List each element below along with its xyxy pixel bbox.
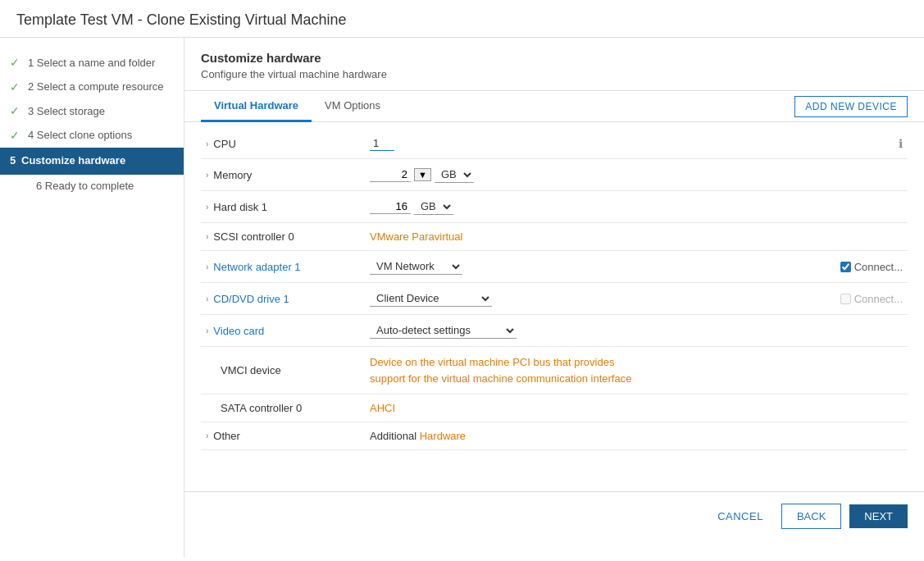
hw-extra-hard-disk-1 bbox=[652, 191, 908, 223]
table-row: ›Hard disk 1MBGBTB bbox=[201, 191, 908, 223]
chevron-icon[interactable]: › bbox=[206, 203, 208, 212]
hw-name-cd-dvd-drive-1: CD/DVD drive 1 bbox=[213, 293, 289, 305]
table-row: ›CD/DVD drive 1Client DeviceDatastore IS… bbox=[201, 283, 908, 315]
sidebar-item-step2[interactable]: ✓2 Select a compute resource bbox=[0, 75, 184, 100]
hw-value-sata-controller-0: AHCI bbox=[365, 395, 652, 422]
chevron-icon[interactable]: › bbox=[206, 139, 208, 148]
hw-name-video-card: Video card bbox=[213, 325, 264, 337]
chevron-icon[interactable]: › bbox=[206, 232, 208, 241]
hw-extra-cpu: ℹ bbox=[652, 129, 908, 159]
cpu-select[interactable]: 1248 bbox=[370, 136, 394, 151]
hw-value-other: Additional Hardware bbox=[365, 422, 652, 450]
disk-input[interactable] bbox=[370, 199, 411, 214]
hw-value-memory: ▼MBGB bbox=[365, 159, 652, 191]
hw-value-vmci-device: Device on the virtual machine PCI bus th… bbox=[365, 347, 652, 395]
table-row: ›Video cardAuto-detect settingsSpecify c… bbox=[201, 315, 908, 347]
hw-name-sata-controller-0: SATA controller 0 bbox=[221, 402, 302, 414]
hw-extra-other bbox=[652, 422, 908, 450]
hw-name-hard-disk-1: Hard disk 1 bbox=[213, 201, 267, 213]
network-select[interactable]: VM Network bbox=[370, 258, 462, 275]
table-row: ›OtherAdditional Hardware bbox=[201, 422, 908, 450]
chevron-icon[interactable]: › bbox=[206, 294, 208, 303]
memory-dropdown-btn[interactable]: ▼ bbox=[414, 168, 431, 181]
tab-virtual-hardware[interactable]: Virtual Hardware bbox=[201, 91, 312, 122]
hw-extra-video-card bbox=[652, 315, 908, 347]
hw-value-video-card: Auto-detect settingsSpecify custom setti… bbox=[365, 315, 652, 347]
content-title: Customize hardware bbox=[201, 51, 908, 65]
table-row: ›SCSI controller 0VMware Paravirtual bbox=[201, 223, 908, 251]
tab-vm-options[interactable]: VM Options bbox=[312, 91, 394, 122]
sidebar-item-step3[interactable]: ✓3 Select storage bbox=[0, 99, 184, 124]
connect-label-network-adapter-1: Connect... bbox=[854, 261, 903, 273]
table-row: ›Memory▼MBGB bbox=[201, 159, 908, 191]
chevron-icon[interactable]: › bbox=[206, 326, 208, 335]
chevron-icon[interactable]: › bbox=[206, 431, 208, 440]
hw-extra-cd-dvd-drive-1: Connect... bbox=[652, 283, 908, 315]
hw-extra-network-adapter-1: Connect... bbox=[652, 251, 908, 283]
disk-unit-select[interactable]: MBGBTB bbox=[414, 198, 453, 215]
table-row: ›Network adapter 1VM NetworkConnect... bbox=[201, 251, 908, 283]
hw-name-scsi-controller-0: SCSI controller 0 bbox=[213, 230, 294, 243]
hw-extra-sata-controller-0 bbox=[652, 395, 908, 422]
add-new-device-button[interactable]: ADD NEW DEVICE bbox=[794, 96, 908, 117]
content-subtitle: Configure the virtual machine hardware bbox=[201, 68, 908, 80]
sidebar-item-step5: 5Customize hardware bbox=[0, 148, 184, 174]
connect-checkbox-cd-dvd-drive-1[interactable] bbox=[840, 294, 851, 304]
video-card-select[interactable]: Auto-detect settingsSpecify custom setti… bbox=[370, 322, 517, 339]
hw-name-memory: Memory bbox=[213, 169, 252, 181]
hw-name-vmci-device: VMCI device bbox=[221, 364, 281, 376]
table-row: ›CPU1248ℹ bbox=[201, 129, 908, 159]
hw-value-hard-disk-1: MBGBTB bbox=[365, 191, 652, 223]
hw-value-cd-dvd-drive-1: Client DeviceDatastore ISO FileHost Devi… bbox=[365, 283, 652, 315]
hw-extra-vmci-device bbox=[652, 347, 908, 395]
sidebar-item-step6[interactable]: 6 Ready to complete bbox=[0, 175, 184, 198]
hw-extra-scsi-controller-0 bbox=[652, 223, 908, 251]
memory-unit-select[interactable]: MBGB bbox=[435, 166, 474, 183]
sidebar-item-step1[interactable]: ✓1 Select a name and folder bbox=[0, 51, 184, 75]
sidebar-item-step4[interactable]: ✓4 Select clone options bbox=[0, 124, 184, 148]
memory-input[interactable] bbox=[370, 167, 411, 182]
hw-value-cpu: 1248 bbox=[365, 129, 652, 159]
hw-name-cpu: CPU bbox=[213, 138, 235, 150]
info-icon: ℹ bbox=[899, 137, 903, 150]
hw-value-network-adapter-1: VM Network bbox=[365, 251, 652, 283]
chevron-icon[interactable]: › bbox=[206, 262, 208, 271]
sidebar: ✓1 Select a name and folder✓2 Select a c… bbox=[0, 38, 184, 558]
hw-name-network-adapter-1: Network adapter 1 bbox=[213, 261, 300, 273]
next-button[interactable]: NEXT bbox=[849, 504, 908, 528]
connect-label-cd-dvd-drive-1: Connect... bbox=[854, 293, 903, 305]
cancel-button[interactable]: CANCEL bbox=[708, 505, 773, 527]
hw-extra-memory bbox=[652, 159, 908, 191]
hw-value-scsi-controller-0: VMware Paravirtual bbox=[365, 223, 652, 251]
hw-name-other: Other bbox=[213, 430, 240, 442]
connect-checkbox-network-adapter-1[interactable] bbox=[840, 262, 851, 272]
page-title: Template Test VM - Clone Existing Virtua… bbox=[0, 0, 924, 38]
table-row: VMCI deviceDevice on the virtual machine… bbox=[201, 347, 908, 395]
table-row: SATA controller 0AHCI bbox=[201, 395, 908, 422]
back-button[interactable]: BACK bbox=[781, 504, 841, 529]
cd-dvd-select[interactable]: Client DeviceDatastore ISO FileHost Devi… bbox=[370, 290, 492, 307]
chevron-icon[interactable]: › bbox=[206, 171, 208, 180]
